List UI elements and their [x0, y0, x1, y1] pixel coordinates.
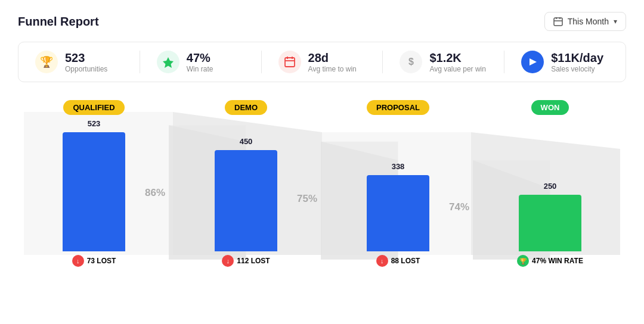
bar-won: 250	[519, 195, 581, 251]
avg-value-value: $1.2K	[429, 51, 486, 65]
avg-time-icon	[278, 51, 301, 73]
date-filter-button[interactable]: This Month ▾	[544, 12, 626, 31]
column-proposal: PROPOSAL 338 74% ↓ 88 LOST	[322, 94, 474, 267]
win-rate-text: 47% Win rate	[187, 51, 213, 73]
badge-won: WON	[531, 100, 569, 115]
avg-value-icon: $	[400, 51, 422, 73]
stat-sales-velocity: $11K/day Sales velocity	[504, 51, 626, 73]
avg-value-label: Avg value per win	[429, 65, 486, 73]
stat-avg-time: 28d Avg time to win	[262, 51, 383, 73]
stats-row: 🏆 523 Opportunities 47% Win rate	[18, 42, 626, 82]
calendar-icon	[553, 17, 563, 26]
lost-label-demo: 112 LOST	[237, 257, 270, 265]
lost-label-qualified: 73 LOST	[87, 257, 116, 265]
bar-value-won: 250	[544, 182, 557, 191]
svg-rect-5	[285, 58, 295, 67]
win-rate-icon	[157, 51, 179, 73]
opportunities-label: Opportunities	[65, 65, 107, 73]
main-container: Funnel Report This Month ▾ 🏆 523 Opportu…	[0, 0, 644, 324]
bar-area-proposal: 338 74%	[322, 121, 474, 251]
blue-bar-qualified	[63, 132, 125, 251]
lost-demo: ↓ 112 LOST	[222, 255, 270, 267]
bar-value-qualified: 523	[88, 119, 101, 128]
sales-velocity-label: Sales velocity	[551, 65, 603, 73]
win-icon-won: 🏆	[517, 255, 529, 267]
avg-time-value: 28d	[308, 51, 357, 65]
bar-qualified: 523	[63, 132, 125, 251]
funnel-columns: QUALIFIED 523 86% ↓ 73 LOST	[18, 94, 626, 267]
lost-icon-qualified: ↓	[72, 255, 84, 267]
sales-velocity-value: $11K/day	[551, 51, 603, 65]
blue-bar-proposal	[367, 175, 429, 251]
page-title: Funnel Report	[18, 15, 99, 29]
bar-value-demo: 450	[240, 137, 253, 146]
chevron-down-icon: ▾	[614, 17, 617, 26]
column-demo: DEMO 450 75% ↓ 112 LOST	[170, 94, 322, 267]
date-filter-label: This Month	[568, 17, 609, 26]
bar-demo: 450	[215, 150, 277, 251]
opportunities-text: 523 Opportunities	[65, 51, 107, 73]
conversion-pct-proposal: 74%	[449, 201, 469, 213]
svg-marker-4	[163, 57, 174, 68]
svg-marker-9	[530, 58, 537, 66]
win-rate-value: 47%	[187, 51, 213, 65]
bar-area-qualified: 523 86%	[18, 121, 170, 251]
header: Funnel Report This Month ▾	[18, 12, 626, 31]
avg-time-label: Avg time to win	[308, 65, 357, 73]
opportunities-value: 523	[65, 51, 107, 65]
bar-value-proposal: 338	[392, 162, 405, 171]
stat-avg-value: $ $1.2K Avg value per win	[383, 51, 504, 73]
lost-label-proposal: 88 LOST	[391, 257, 420, 265]
stat-win-rate: 47% Win rate	[140, 51, 262, 73]
win-rate-won: 🏆 47% WIN RATE	[517, 255, 583, 267]
avg-value-text: $1.2K Avg value per win	[429, 51, 486, 73]
sales-velocity-icon	[521, 51, 544, 73]
svg-rect-0	[554, 18, 562, 26]
conversion-pct-qualified: 86%	[145, 187, 165, 199]
stat-opportunities: 🏆 523 Opportunities	[18, 51, 140, 73]
conversion-pct-demo: 75%	[297, 193, 317, 205]
blue-bar-demo	[215, 150, 277, 251]
lost-icon-proposal: ↓	[376, 255, 388, 267]
bar-proposal: 338	[367, 175, 429, 251]
funnel-chart: QUALIFIED 523 86% ↓ 73 LOST	[18, 94, 626, 285]
win-rate-label: Win rate	[187, 65, 213, 73]
opportunities-icon: 🏆	[35, 51, 58, 73]
lost-icon-demo: ↓	[222, 255, 234, 267]
column-won: WON 250 🏆 47% WIN RATE	[474, 94, 626, 267]
lost-proposal: ↓ 88 LOST	[376, 255, 420, 267]
avg-time-text: 28d Avg time to win	[308, 51, 357, 73]
bar-area-demo: 450 75%	[170, 121, 322, 251]
badge-proposal: PROPOSAL	[367, 100, 429, 115]
lost-qualified: ↓ 73 LOST	[72, 255, 116, 267]
win-label-won: 47% WIN RATE	[532, 257, 583, 265]
green-bar-won	[519, 195, 581, 251]
badge-qualified: QUALIFIED	[63, 100, 124, 115]
column-qualified: QUALIFIED 523 86% ↓ 73 LOST	[18, 94, 170, 267]
sales-velocity-text: $11K/day Sales velocity	[551, 51, 603, 73]
bar-area-won: 250	[474, 121, 626, 251]
badge-demo: DEMO	[225, 100, 267, 115]
